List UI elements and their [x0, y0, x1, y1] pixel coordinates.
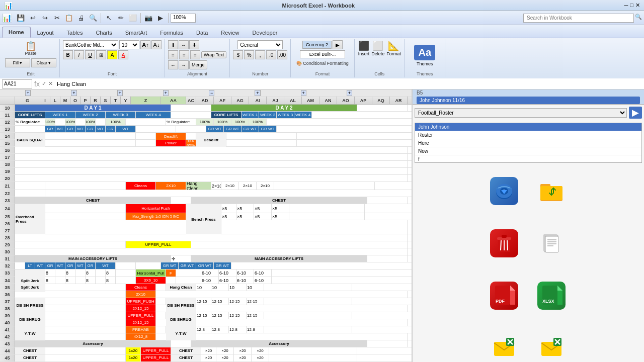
hang-clean-35[interactable]: Hang Clean	[166, 284, 196, 291]
group-expand-7[interactable]: +	[347, 90, 352, 96]
xlsx-icon[interactable]: XLSX	[529, 274, 574, 318]
name-list-item-john[interactable]: John Johnson	[415, 123, 641, 131]
cleans-label-21[interactable]: Cleans	[126, 182, 156, 190]
align-right-btn[interactable]: ≡	[190, 50, 200, 59]
cell-reference-box[interactable]: AA21	[2, 79, 32, 88]
accessory-1[interactable]: Accessory	[15, 340, 171, 347]
col-ag[interactable]: AG	[231, 97, 249, 104]
upull-44[interactable]: UPPER_PULL	[141, 347, 171, 354]
col-r[interactable]: R	[91, 97, 101, 104]
zoom-box[interactable]: 100%	[171, 14, 196, 23]
wrap-text-button[interactable]: Wrap Text	[201, 51, 226, 58]
tab-formulas[interactable]: Formulas	[153, 27, 190, 38]
upper-pull-label-29[interactable]: UPPER_PULL	[126, 241, 191, 248]
power-label[interactable]: Power	[156, 140, 186, 146]
verify-btn[interactable]: ✓	[42, 80, 46, 87]
upper-push-sets[interactable]: 2X12_15	[126, 305, 156, 312]
italic-btn[interactable]: I	[74, 50, 84, 59]
main-accessory-2[interactable]: MAIN ACCESSORY LIFTS	[191, 255, 367, 262]
col-s[interactable]: S	[101, 97, 111, 104]
h-pull-sets-label[interactable]: 3X6_10	[136, 277, 166, 284]
name-list-item-roster[interactable]: Roster	[415, 131, 641, 139]
chest-45a[interactable]: CHEST	[15, 354, 45, 361]
upper-pull2-sets[interactable]: 2X12_15	[126, 319, 156, 326]
merge-button[interactable]: Merge	[189, 60, 207, 69]
cleans2-label[interactable]: Cleans	[126, 284, 156, 291]
col-g[interactable]: G	[15, 97, 40, 104]
draw-btn[interactable]: ✏	[115, 13, 126, 24]
align-bottom-btn[interactable]: ⬇	[189, 40, 199, 49]
1x20-45[interactable]: 1x20	[126, 354, 141, 361]
horizontal-push-label[interactable]: Horizontal Push	[126, 204, 186, 213]
tab-home[interactable]: Home	[2, 27, 31, 38]
col-aj[interactable]: AJ	[267, 97, 284, 104]
deadlifts-label[interactable]: Deadlift	[156, 133, 186, 140]
cancel-formula-btn[interactable]: ✕	[48, 80, 53, 87]
bold-btn[interactable]: B	[63, 50, 73, 59]
minimize-btn[interactable]: ─	[624, 2, 628, 9]
col-ar[interactable]: AR	[390, 97, 408, 104]
group-expand-3[interactable]: +	[117, 90, 123, 96]
macro-btn[interactable]: ▶	[155, 13, 166, 24]
dollar-btn[interactable]: $	[233, 50, 243, 59]
maximize-btn[interactable]: □	[630, 2, 633, 9]
col-m[interactable]: M	[60, 97, 70, 104]
indent-increase-btn[interactable]: →	[179, 60, 189, 69]
col-p[interactable]: P	[80, 97, 91, 104]
day2-header[interactable]: D A Y 2	[211, 105, 357, 111]
col-aa[interactable]: AA	[161, 97, 186, 104]
border-btn[interactable]: ⊞	[96, 50, 106, 59]
xls-envelope-icon[interactable]	[482, 326, 526, 362]
indent-decrease-btn[interactable]: ←	[168, 60, 178, 69]
redo-btn[interactable]: ↪	[39, 13, 50, 24]
align-middle-btn[interactable]: ↔	[179, 40, 189, 49]
col-ao[interactable]: AO	[337, 97, 355, 104]
upper-pull2-label[interactable]: UPPER_PULL	[126, 312, 156, 319]
conditional-formatting-btn[interactable]: 🎨 Conditional Formatting	[294, 59, 351, 67]
col-al[interactable]: AL	[284, 97, 302, 104]
copy-btn[interactable]: 📋	[63, 13, 74, 24]
col-af[interactable]: AF	[214, 97, 231, 104]
col-t[interactable]: T	[111, 97, 121, 104]
chest-44a[interactable]: CHEST	[15, 347, 45, 354]
decrease-font-btn[interactable]: A↓	[151, 40, 162, 49]
cut-btn[interactable]: ✂	[51, 13, 62, 24]
trash-icon[interactable]	[482, 221, 526, 265]
main-accessory-1[interactable]: MAIN ACCESSORY LIFTS	[15, 255, 171, 262]
tab-smartart[interactable]: SmartArt	[119, 27, 153, 38]
cursor-btn[interactable]: ↖	[103, 13, 114, 24]
col-aq[interactable]: AQ	[372, 97, 390, 104]
search-workbook-input[interactable]	[523, 14, 634, 23]
group-expand-1[interactable]: +	[25, 90, 31, 96]
col-o[interactable]: O	[70, 97, 80, 104]
group-expand-5[interactable]: +	[255, 90, 260, 96]
name-list-item-now[interactable]: Now	[415, 147, 641, 155]
max-strength-label[interactable]: Max_Strength 1x5 65% 5 INC	[126, 213, 186, 220]
comma-btn[interactable]: ,	[255, 50, 265, 59]
search-icon[interactable]: 🔍	[635, 14, 642, 23]
group-expand-6[interactable]: +	[301, 90, 306, 96]
close-btn[interactable]: ✕	[635, 2, 640, 9]
accessory-2[interactable]: Accessory	[191, 340, 367, 347]
paste-button[interactable]: 📋 Paste	[22, 40, 39, 57]
chest-label-1[interactable]: CHEST	[15, 197, 171, 204]
highlight-btn[interactable]: A	[107, 50, 117, 59]
cleans-sets-21[interactable]: 2X10	[156, 182, 186, 190]
percent-btn[interactable]: %	[244, 50, 254, 59]
decimal-inc-btn[interactable]: .0	[266, 50, 276, 59]
camera-btn[interactable]: 📷	[143, 13, 154, 24]
clear-button[interactable]: Clear ▾	[31, 58, 56, 67]
chest-45c[interactable]: CHEST	[171, 354, 201, 361]
tab-charts[interactable]: Charts	[89, 27, 118, 38]
align-center-btn[interactable]: ≡	[179, 50, 189, 59]
font-color-btn[interactable]: A	[118, 50, 128, 59]
find-btn[interactable]: 🔍	[88, 13, 99, 24]
name-list-item-f[interactable]: f	[415, 155, 641, 163]
group-expand-2[interactable]: +	[71, 90, 76, 96]
day1-header[interactable]: D A Y 1	[15, 105, 171, 111]
font-family-select[interactable]: BankGothic Md...	[63, 40, 118, 49]
font-size-select[interactable]: 10	[119, 40, 139, 49]
align-left-btn[interactable]: ≡	[168, 50, 178, 59]
align-top-btn[interactable]: ⬆	[168, 40, 178, 49]
h-pull-label[interactable]: Horizontal_Pull	[136, 269, 166, 277]
